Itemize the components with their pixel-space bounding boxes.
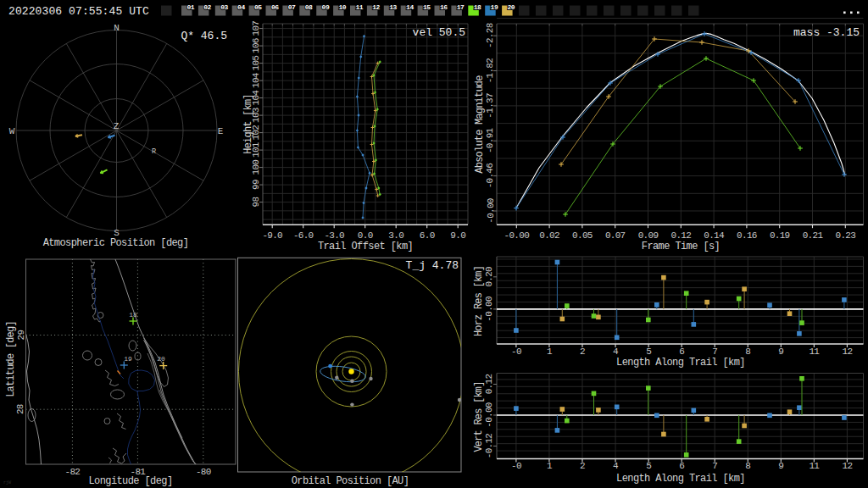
svg-text:05: 05 <box>254 3 262 11</box>
svg-text:0.0: 0.0 <box>358 230 373 241</box>
svg-text:9: 9 <box>778 461 783 471</box>
svg-text:0.20: 0.20 <box>484 267 494 287</box>
svg-text:19: 19 <box>124 355 132 363</box>
svg-text:E: E <box>218 126 224 136</box>
svg-text:14: 14 <box>406 3 414 11</box>
svg-text:Height [km]: Height [km] <box>242 94 254 153</box>
svg-text:18: 18 <box>474 3 481 11</box>
svg-text:Absolute Magnitude: Absolute Magnitude <box>474 75 486 174</box>
svg-text:-2.28: -2.28 <box>486 23 496 48</box>
svg-text:10: 10 <box>338 3 346 11</box>
svg-text:0.14: 0.14 <box>704 230 725 241</box>
svg-text:105: 105 <box>251 56 261 71</box>
svg-text:-82: -82 <box>65 467 81 477</box>
svg-text:0.05: 0.05 <box>572 230 593 241</box>
svg-text:13: 13 <box>389 3 397 11</box>
svg-text:0.09: 0.09 <box>638 230 659 241</box>
svg-text:17: 17 <box>457 3 465 11</box>
svg-text:N: N <box>114 23 120 33</box>
svg-text:5: 5 <box>646 461 651 471</box>
svg-text:0.02: 0.02 <box>539 230 559 241</box>
svg-text:12: 12 <box>842 461 852 471</box>
svg-text:T_j 4.78: T_j 4.78 <box>406 259 459 272</box>
svg-text:3.0: 3.0 <box>388 230 403 241</box>
svg-text:-1.82: -1.82 <box>486 58 496 84</box>
svg-text:-0.91: -0.91 <box>486 127 496 153</box>
svg-text:02: 02 <box>203 3 211 11</box>
svg-text:W: W <box>9 126 15 136</box>
svg-text:07: 07 <box>288 3 296 11</box>
svg-text:0.12: 0.12 <box>670 230 691 241</box>
svg-text:104: 104 <box>251 72 261 88</box>
svg-text:7: 7 <box>712 461 717 471</box>
svg-text:100: 100 <box>251 160 261 175</box>
svg-text:20: 20 <box>507 3 515 11</box>
svg-text:0.16: 0.16 <box>737 230 757 241</box>
svg-text:-0.00: -0.00 <box>484 402 494 428</box>
svg-text:-0.00: -0.00 <box>484 297 494 322</box>
svg-text:11: 11 <box>355 3 363 11</box>
svg-text:19: 19 <box>491 3 498 11</box>
svg-text:0.23: 0.23 <box>835 230 855 241</box>
svg-text:29: 29 <box>16 330 26 341</box>
svg-text:Horz Res [km]: Horz Res [km] <box>473 266 485 336</box>
svg-text:Z: Z <box>114 121 120 131</box>
svg-text:Vert Res [km]: Vert Res [km] <box>473 381 485 452</box>
svg-text:12: 12 <box>372 3 380 11</box>
svg-text:03: 03 <box>220 3 228 11</box>
svg-text:12: 12 <box>842 347 852 357</box>
svg-text:08: 08 <box>305 3 313 11</box>
svg-text:-3.0: -3.0 <box>324 230 344 241</box>
svg-text:106: 106 <box>251 38 261 53</box>
svg-text:0.21: 0.21 <box>803 230 824 241</box>
svg-text:09: 09 <box>322 3 330 11</box>
svg-text:04: 04 <box>237 3 245 11</box>
svg-text:28: 28 <box>16 404 26 414</box>
svg-text:-9.0: -9.0 <box>262 230 282 241</box>
svg-text:6: 6 <box>679 347 684 357</box>
svg-text:20220306 07:55:45 UTC: 20220306 07:55:45 UTC <box>8 5 149 18</box>
svg-text:Atmospheric Position [deg]: Atmospheric Position [deg] <box>43 237 189 249</box>
svg-text:107: 107 <box>251 21 261 36</box>
svg-text:18: 18 <box>129 311 137 319</box>
svg-text:98: 98 <box>251 197 261 208</box>
svg-text:vel 50.5: vel 50.5 <box>413 26 465 39</box>
svg-text:-80: -80 <box>196 467 211 477</box>
svg-text:20: 20 <box>157 355 165 363</box>
svg-text:7: 7 <box>712 347 717 357</box>
svg-text:Orbital Position [AU]: Orbital Position [AU] <box>292 475 409 487</box>
svg-text:11: 11 <box>809 347 820 357</box>
svg-text:-0: -0 <box>511 347 521 357</box>
svg-text:5: 5 <box>646 347 651 357</box>
svg-text:Length Along Trail [km]: Length Along Trail [km] <box>616 357 745 369</box>
svg-text:Trail Offset [km]: Trail Offset [km] <box>318 241 413 252</box>
svg-text:01: 01 <box>186 3 194 11</box>
svg-text:2: 2 <box>580 461 585 471</box>
svg-text:06: 06 <box>271 3 279 11</box>
svg-text:R: R <box>152 147 156 156</box>
svg-text:16: 16 <box>440 3 448 11</box>
svg-text:8: 8 <box>745 461 750 471</box>
svg-text:Q* 46.5: Q* 46.5 <box>181 30 227 42</box>
svg-text:0.12: 0.12 <box>484 374 494 395</box>
svg-text:9: 9 <box>778 347 783 357</box>
svg-text:2: 2 <box>580 347 585 357</box>
svg-text:0.07: 0.07 <box>605 230 626 241</box>
svg-text:6: 6 <box>679 461 684 471</box>
svg-text:-0: -0 <box>511 461 521 471</box>
svg-text:0.19: 0.19 <box>770 230 790 241</box>
svg-text:-0.00: -0.00 <box>486 198 496 224</box>
svg-text:-0.12: -0.12 <box>484 434 494 459</box>
svg-text:99: 99 <box>251 180 261 190</box>
svg-text:-1.37: -1.37 <box>486 93 496 119</box>
svg-text:15: 15 <box>423 3 431 11</box>
svg-text:6.0: 6.0 <box>420 230 435 241</box>
svg-text:11: 11 <box>809 461 820 471</box>
svg-text:-6.0: -6.0 <box>293 230 314 241</box>
svg-text:Longitude [deg]: Longitude [deg] <box>88 475 172 487</box>
svg-text:rjW: rjW <box>3 480 11 485</box>
svg-text:Latitude [deg]: Latitude [deg] <box>5 321 17 397</box>
svg-text:-0.00: -0.00 <box>504 230 530 241</box>
svg-text:-0.46: -0.46 <box>486 164 496 189</box>
svg-text:Length Along Trail [km]: Length Along Trail [km] <box>616 473 745 485</box>
